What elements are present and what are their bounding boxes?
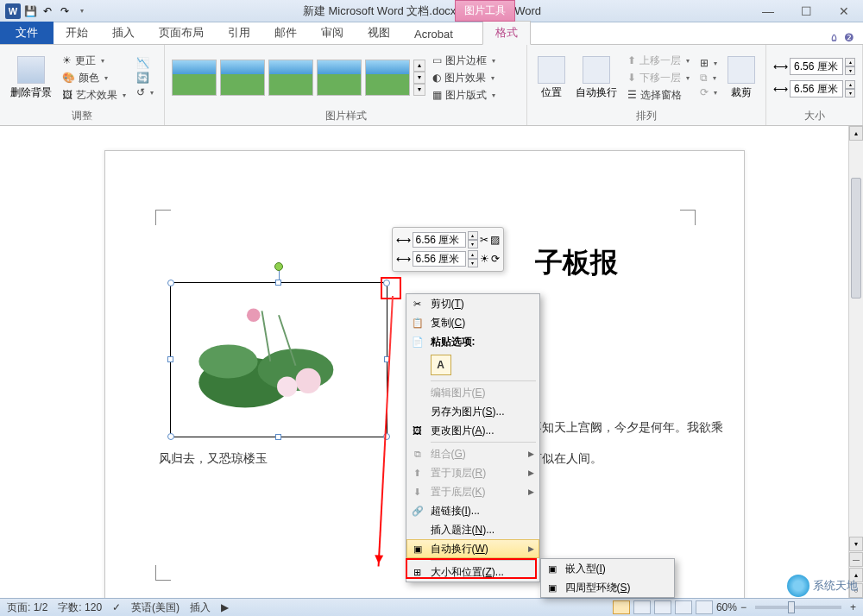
width-spin-up[interactable]: ▴ <box>845 80 855 89</box>
cm-save-as-picture[interactable]: 另存为图片(S)... <box>406 402 539 421</box>
ft-width-input[interactable] <box>413 251 466 267</box>
status-page[interactable]: 页面: 1/2 <box>7 600 47 615</box>
paste-option-keep-text[interactable]: A <box>431 355 451 375</box>
resize-handle-nw[interactable] <box>167 280 174 286</box>
picture-border-button[interactable]: ▭图片边框▾ <box>429 53 499 69</box>
style-thumb[interactable] <box>172 60 217 96</box>
close-button[interactable]: ✕ <box>830 3 858 20</box>
zoom-out-button[interactable]: − <box>740 601 746 613</box>
height-spin-up[interactable]: ▴ <box>845 58 855 66</box>
selected-image[interactable] <box>170 282 387 437</box>
compress-button[interactable]: 📉 <box>133 56 157 70</box>
reset-picture-button[interactable]: ↺▾ <box>133 85 157 99</box>
group-picture-styles: ▴ ▾ ▾ ▭图片边框▾ ◐图片效果▾ ▦图片版式▾ 图片样式 <box>165 45 527 125</box>
selection-icon: ☰ <box>627 89 637 101</box>
scroll-thumb[interactable] <box>851 178 861 299</box>
qat-customize-icon[interactable]: ▾ <box>74 3 90 19</box>
status-words[interactable]: 字数: 120 <box>58 600 102 615</box>
gallery-down-icon[interactable]: ▾ <box>413 72 425 84</box>
tab-page-layout[interactable]: 页面布局 <box>147 22 216 44</box>
vertical-scrollbar[interactable]: ▴ ▾ — ▴ ○ <box>848 126 863 598</box>
page-container[interactable]: ⟷▴▾✂▨ ⟷▴▾☀⟳ 子板报 <box>0 126 848 598</box>
tab-view[interactable]: 视图 <box>356 22 402 44</box>
style-thumb[interactable] <box>317 60 362 96</box>
scroll-up-button[interactable]: ▴ <box>849 126 863 141</box>
sm-inline[interactable]: ▣嵌入型(I) <box>541 559 674 578</box>
crop-button[interactable]: 裁剪 <box>724 54 759 102</box>
status-spellcheck-icon[interactable]: ✓ <box>112 601 121 613</box>
zoom-level[interactable]: 60% <box>716 601 737 613</box>
browse-sep[interactable]: — <box>849 552 863 567</box>
ft-crop-icon[interactable]: ✂ <box>480 234 488 246</box>
style-gallery[interactable]: ▴ ▾ ▾ <box>172 60 425 96</box>
align-button[interactable]: ⊞▾ <box>696 56 721 70</box>
view-print-layout[interactable] <box>613 600 630 614</box>
cm-copy[interactable]: 📋复制(C) <box>406 313 539 332</box>
zoom-slider[interactable] <box>755 606 841 609</box>
gallery-up-icon[interactable]: ▴ <box>413 60 425 72</box>
cm-wrap-text[interactable]: ▣自动换行(W)▶ <box>406 539 539 558</box>
resize-handle-w[interactable] <box>167 356 173 362</box>
picture-layout-button[interactable]: ▦图片版式▾ <box>429 87 499 104</box>
tab-home[interactable]: 开始 <box>54 22 100 44</box>
artistic-effects-button[interactable]: 🖼艺术效果▾ <box>59 87 129 104</box>
zoom-in-button[interactable]: + <box>850 601 856 613</box>
gallery-more-icon[interactable]: ▾ <box>413 84 425 96</box>
word-app-icon[interactable]: W <box>5 3 21 19</box>
style-thumb[interactable] <box>220 60 265 96</box>
minimize-button[interactable]: — <box>754 3 782 20</box>
tab-mailings[interactable]: 邮件 <box>262 22 309 44</box>
page[interactable]: ⟷▴▾✂▨ ⟷▴▾☀⟳ 子板报 <box>104 150 745 616</box>
scroll-down-button[interactable]: ▾ <box>849 537 863 551</box>
status-mode[interactable]: 插入 <box>190 600 211 615</box>
width-input[interactable] <box>790 80 843 97</box>
cm-hyperlink[interactable]: 🔗超链接(I)... <box>406 501 539 520</box>
status-language[interactable]: 英语(美国) <box>131 600 180 615</box>
style-thumb[interactable] <box>268 60 313 96</box>
help-icon[interactable]: ❷ <box>844 31 854 44</box>
wrap-text-button[interactable]: 自动换行 <box>572 54 620 102</box>
rotate-handle[interactable] <box>274 262 283 271</box>
height-spin-down[interactable]: ▾ <box>845 66 855 75</box>
tab-acrobat[interactable]: Acrobat <box>402 24 465 44</box>
selection-pane-button[interactable]: ☰选择窗格 <box>624 87 693 104</box>
tab-format[interactable]: 格式 <box>482 21 531 45</box>
picture-effects-button[interactable]: ◐图片效果▾ <box>429 70 499 86</box>
ft-brightness-icon[interactable]: ☀ <box>480 253 489 265</box>
file-tab[interactable]: 文件 <box>0 22 54 44</box>
ft-rotate-icon[interactable]: ⟳ <box>491 253 500 265</box>
ft-height-input[interactable] <box>413 232 466 248</box>
change-picture-button[interactable]: 🔄 <box>133 71 157 85</box>
status-macro-icon[interactable]: ▶ <box>221 601 229 613</box>
view-full-screen[interactable] <box>633 600 651 614</box>
height-input[interactable] <box>790 58 843 75</box>
cm-cut[interactable]: ✂剪切(T) <box>406 294 539 313</box>
view-web-layout[interactable] <box>654 600 671 614</box>
color-button[interactable]: 🎨颜色▾ <box>59 70 129 86</box>
view-draft[interactable] <box>696 600 713 614</box>
resize-handle-n[interactable] <box>275 280 281 286</box>
tab-references[interactable]: 引用 <box>216 22 262 44</box>
resize-handle-sw[interactable] <box>167 433 174 440</box>
cm-insert-caption[interactable]: 插入题注(N)... <box>406 520 539 539</box>
remove-background-button[interactable]: 删除背景 <box>7 54 55 102</box>
tab-insert[interactable]: 插入 <box>100 22 147 44</box>
ft-bg-icon[interactable]: ▨ <box>490 234 500 246</box>
width-spin-down[interactable]: ▾ <box>845 89 855 97</box>
change-picture-icon: 🖼 <box>410 424 425 437</box>
view-outline[interactable] <box>675 600 692 614</box>
undo-icon[interactable]: ↶ <box>40 3 55 19</box>
resize-handle-s[interactable] <box>275 434 281 440</box>
zoom-slider-thumb[interactable] <box>788 601 795 613</box>
tab-review[interactable]: 审阅 <box>309 22 356 44</box>
style-thumb[interactable] <box>365 60 410 96</box>
maximize-button[interactable]: ☐ <box>792 3 820 20</box>
window-title: 新建 Microsoft Word 文档.docx - Microsoft Wo… <box>90 3 754 19</box>
position-button[interactable]: 位置 <box>534 54 569 102</box>
cm-change-picture[interactable]: 🖼更改图片(A)... <box>406 421 539 440</box>
ribbon-minimize-icon[interactable]: ۵ <box>831 31 837 44</box>
redo-icon[interactable]: ↷ <box>57 3 72 19</box>
save-icon[interactable]: 💾 <box>22 3 38 19</box>
corrections-button[interactable]: ☀更正▾ <box>59 53 129 69</box>
sm-square[interactable]: ▣四周型环绕(S) <box>541 578 674 597</box>
